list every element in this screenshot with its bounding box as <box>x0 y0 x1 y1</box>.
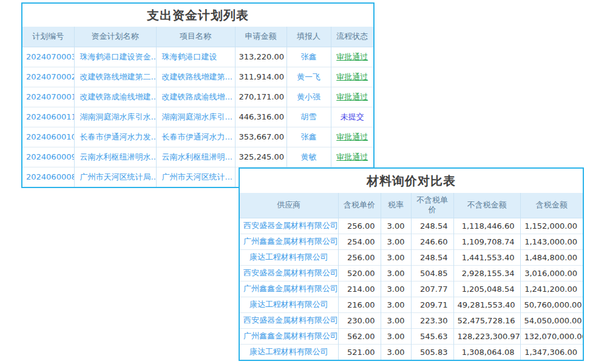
unit-price-excl-tax-value: 223.30 <box>411 312 453 328</box>
workflow-status-link[interactable]: 审批通过 <box>331 87 373 107</box>
amount-excl-tax-value: 1,205,048.54 <box>453 281 520 297</box>
unit-price-excl-tax-value: 248.54 <box>411 249 453 265</box>
workflow-status-link[interactable]: 审批通过 <box>331 127 373 147</box>
material-inquiry-table-panel: 材料询价对比表 供应商 含税单价 税率 不含税单价 不含税金额 含税金额 西安盛… <box>239 167 584 361</box>
amount-excl-tax-value: 1,109,708.74 <box>453 234 520 249</box>
amount-incl-tax-value: 1,152,000.00 <box>520 218 583 234</box>
supplier-name-link[interactable]: 西安盛器金属材料有限公司 <box>240 265 338 281</box>
column-header-unit-price-incl-tax: 含税单价 <box>338 193 381 218</box>
tax-rate-value: 3.00 <box>381 265 411 281</box>
apply-amount-value: 311,914.00 <box>235 67 287 87</box>
table-row: 康达工程材料有限公司521.003.00505.831,308,064.081,… <box>240 344 583 360</box>
amount-excl-tax-value: 2,928,155.34 <box>453 265 520 281</box>
table-row: 广州鑫鑫金属材料有限公司254.003.00246.601,109,708.74… <box>240 234 583 249</box>
supplier-name-link[interactable]: 广州鑫鑫金属材料有限公司 <box>240 281 338 297</box>
workflow-status-link[interactable]: 审批通过 <box>331 67 373 87</box>
amount-incl-tax-value: 132,070,000.00 <box>520 328 583 344</box>
table-row: 康达工程材料有限公司256.003.00248.541,441,553.401,… <box>240 249 583 265</box>
tax-rate-value: 3.00 <box>381 344 411 360</box>
column-header-filler: 填报人 <box>287 27 331 47</box>
project-name-link[interactable]: 湖南洞庭湖水库引... <box>156 107 235 127</box>
plan-name-link[interactable]: 改建铁路线增建第二... <box>74 67 156 87</box>
plan-id-link[interactable]: 2024070002 <box>22 67 74 87</box>
table-row: 广州鑫鑫金属材料有限公司562.003.00545.63128,223,300.… <box>240 328 583 344</box>
plan-name-link[interactable]: 珠海鹤港口建设资金... <box>74 47 156 67</box>
amount-incl-tax-value: 50,760,000.00 <box>520 297 583 312</box>
amount-incl-tax-value: 1,484,800.00 <box>520 249 583 265</box>
unit-price-excl-tax-value: 248.54 <box>411 218 453 234</box>
column-header-tax-rate: 税率 <box>381 193 411 218</box>
supplier-name-link[interactable]: 康达工程材料有限公司 <box>240 344 338 360</box>
unit-price-excl-tax-value: 209.71 <box>411 297 453 312</box>
table-row: 2024060011湖南洞庭湖水库引水...湖南洞庭湖水库引...446,316… <box>22 107 373 127</box>
supplier-name-link[interactable]: 康达工程材料有限公司 <box>240 249 338 265</box>
amount-excl-tax-value: 1,118,446.60 <box>453 218 520 234</box>
material-inquiry-table-title: 材料询价对比表 <box>240 169 583 193</box>
project-name-link[interactable]: 珠海鹤港口建设 <box>156 47 235 67</box>
workflow-status-link[interactable]: 未提交 <box>331 107 373 127</box>
expense-plan-table-title: 支出资金计划列表 <box>22 4 373 27</box>
project-name-link[interactable]: 云南水利枢纽潜明... <box>156 147 235 167</box>
material-inquiry-table: 供应商 含税单价 税率 不含税单价 不含税金额 含税金额 西安盛器金属材料有限公… <box>240 193 583 360</box>
column-header-workflow-status: 流程状态 <box>331 27 373 47</box>
unit-price-excl-tax-value: 545.63 <box>411 328 453 344</box>
material-inquiry-table-header: 供应商 含税单价 税率 不含税单价 不含税金额 含税金额 <box>240 193 583 218</box>
amount-excl-tax-value: 1,441,553.40 <box>453 249 520 265</box>
filler-name: 胡雪 <box>287 107 331 127</box>
table-row: 广州鑫鑫金属材料有限公司214.003.00207.771,205,048.54… <box>240 281 583 297</box>
unit-price-excl-tax-value: 504.85 <box>411 265 453 281</box>
column-header-project-name: 项目名称 <box>156 27 235 47</box>
supplier-name-link[interactable]: 西安盛器金属材料有限公司 <box>240 312 338 328</box>
workflow-status-link[interactable]: 审批通过 <box>331 147 373 167</box>
plan-name-link[interactable]: 广州市天河区统计局... <box>74 167 156 187</box>
table-row: 西安盛器金属材料有限公司520.003.00504.852,928,155.34… <box>240 265 583 281</box>
supplier-name-link[interactable]: 广州鑫鑫金属材料有限公司 <box>240 234 338 249</box>
amount-incl-tax-value: 1,347,306.00 <box>520 344 583 360</box>
amount-incl-tax-value: 3,016,000.00 <box>520 265 583 281</box>
table-row: 西安盛器金属材料有限公司256.003.00248.541,118,446.60… <box>240 218 583 234</box>
tax-rate-value: 3.00 <box>381 281 411 297</box>
project-name-link[interactable]: 改建铁路成渝线增... <box>156 87 235 107</box>
plan-name-link[interactable]: 改建铁路成渝线增建... <box>74 87 156 107</box>
supplier-name-link[interactable]: 广州鑫鑫金属材料有限公司 <box>240 328 338 344</box>
tax-rate-value: 3.00 <box>381 312 411 328</box>
plan-id-link[interactable]: 2024060009 <box>22 147 74 167</box>
plan-id-link[interactable]: 2024070003 <box>22 47 74 67</box>
expense-plan-table: 计划编号 资金计划名称 项目名称 申请金额 填报人 流程状态 202407000… <box>22 27 373 187</box>
table-row: 2024070001改建铁路成渝线增建...改建铁路成渝线增...270,171… <box>22 87 373 107</box>
apply-amount-value: 313,220.00 <box>235 47 287 67</box>
apply-amount-value: 446,316.00 <box>235 107 287 127</box>
table-row: 2024070002改建铁路线增建第二...改建铁路线增建第...311,914… <box>22 67 373 87</box>
unit-price-incl-tax-value: 230.00 <box>338 312 381 328</box>
project-name-link[interactable]: 改建铁路线增建第... <box>156 67 235 87</box>
plan-id-link[interactable]: 2024060010 <box>22 127 74 147</box>
supplier-name-link[interactable]: 西安盛器金属材料有限公司 <box>240 218 338 234</box>
plan-id-link[interactable]: 2024060008 <box>22 167 74 187</box>
plan-name-link[interactable]: 长春市伊通河水力发... <box>74 127 156 147</box>
plan-id-link[interactable]: 2024060011 <box>22 107 74 127</box>
table-row: 2024060010长春市伊通河水力发...长春市伊通河水力...353,667… <box>22 127 373 147</box>
material-inquiry-table-body: 西安盛器金属材料有限公司256.003.00248.541,118,446.60… <box>240 218 583 360</box>
column-header-plan-name: 资金计划名称 <box>74 27 156 47</box>
supplier-name-link[interactable]: 康达工程材料有限公司 <box>240 297 338 312</box>
column-header-supplier: 供应商 <box>240 193 338 218</box>
plan-id-link[interactable]: 2024070001 <box>22 87 74 107</box>
column-header-apply-amount: 申请金额 <box>235 27 287 47</box>
unit-price-incl-tax-value: 256.00 <box>338 218 381 234</box>
amount-excl-tax-value: 1,308,064.08 <box>453 344 520 360</box>
apply-amount-value: 353,667.00 <box>235 127 287 147</box>
project-name-link[interactable]: 广州市天河区统计... <box>156 167 235 187</box>
column-header-unit-price-excl-tax: 不含税单价 <box>411 193 453 218</box>
unit-price-incl-tax-value: 216.00 <box>338 297 381 312</box>
project-name-link[interactable]: 长春市伊通河水力... <box>156 127 235 147</box>
filler-name: 张鑫 <box>287 47 331 67</box>
unit-price-excl-tax-value: 246.60 <box>411 234 453 249</box>
expense-plan-table-panel: 支出资金计划列表 计划编号 资金计划名称 项目名称 申请金额 填报人 流程状态 … <box>21 2 375 188</box>
plan-name-link[interactable]: 云南水利枢纽潜明水... <box>74 147 156 167</box>
amount-incl-tax-value: 1,143,000.00 <box>520 234 583 249</box>
plan-name-link[interactable]: 湖南洞庭湖水库引水... <box>74 107 156 127</box>
workflow-status-link[interactable]: 审批通过 <box>331 47 373 67</box>
unit-price-incl-tax-value: 256.00 <box>338 249 381 265</box>
tax-rate-value: 3.00 <box>381 218 411 234</box>
amount-excl-tax-value: 49,281,553.40 <box>453 297 520 312</box>
